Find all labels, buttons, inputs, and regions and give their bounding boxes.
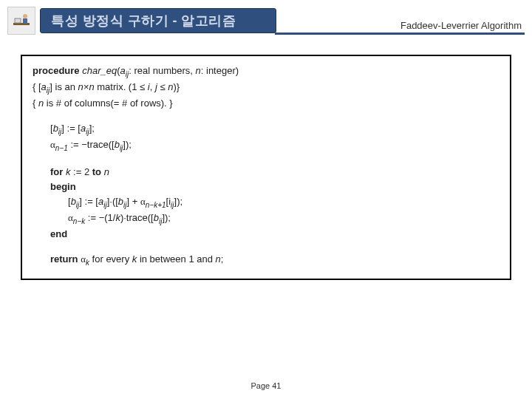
subtitle-text: Faddeev-Leverrier Algorithm (400, 20, 525, 31)
algorithm-box: procedure char_eq(aij: real numbers, n: … (21, 55, 511, 280)
proc-decl: procedure char_eq(aij: real numbers, n: … (33, 64, 499, 80)
slide-title: 특성 방정식 구하기 - 알고리즘 (40, 8, 276, 33)
begin-line: begin (50, 180, 499, 194)
loop-block: for k := 2 to n begin [bij] := [aij]·([b… (33, 165, 499, 242)
end-line: end (50, 227, 499, 242)
loop-body-2: αn−k := −(1/k)·trace([bij]); (50, 211, 499, 227)
person-desk-icon (7, 7, 35, 35)
page-number: Page 41 (0, 381, 532, 390)
loop-body-1: [bij] := [aij]·([bij] + αn−k+1[iij]); (50, 194, 499, 211)
title-bar: 특성 방정식 구하기 - 알고리즘 Faddeev-Leverrier Algo… (7, 6, 525, 35)
proc-header: procedure char_eq(aij: real numbers, n: … (33, 64, 499, 111)
title-text: 특성 방정식 구하기 - 알고리즘 (51, 12, 236, 30)
svg-point-2 (23, 14, 27, 18)
return-line: return αk for every k in between 1 and n… (33, 252, 499, 268)
svg-rect-3 (23, 18, 27, 24)
slide: 특성 방정식 구하기 - 알고리즘 Faddeev-Leverrier Algo… (0, 0, 532, 399)
for-line: for k := 2 to n (50, 165, 499, 180)
init-block: [bij] := [aij]; αn−1 := −trace([bij]); (33, 121, 499, 154)
init-line-1: [bij] := [aij]; (50, 121, 499, 137)
proc-comment-2: { n is # of columns(= # of rows). } (33, 96, 499, 111)
proc-comment-1: { [aij] is an n×n matrix. (1 ≤ i, j ≤ n)… (33, 80, 499, 96)
subtitle-wrap: Faddeev-Leverrier Algorithm (275, 7, 525, 35)
svg-rect-1 (15, 18, 21, 23)
init-line-2: αn−1 := −trace([bij]); (50, 137, 499, 154)
